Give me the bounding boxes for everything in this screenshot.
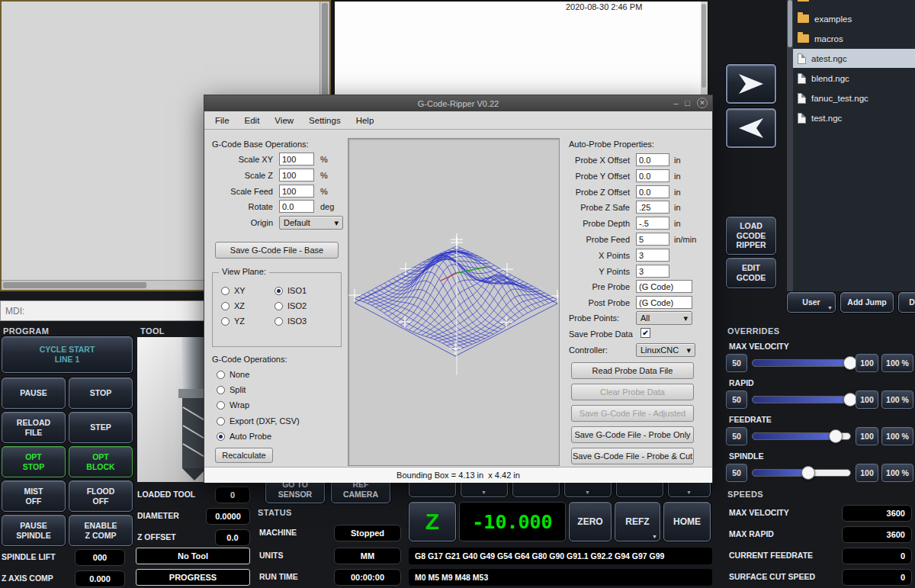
- save-base-button[interactable]: Save G-Code File - Base: [215, 242, 339, 259]
- slider-handle[interactable]: [801, 466, 815, 480]
- recalculate-button[interactable]: Recalculate: [215, 448, 273, 463]
- y-points-input[interactable]: [636, 265, 669, 278]
- save-probe-only-button[interactable]: Save G-Code File - Probe Only: [571, 426, 694, 443]
- probe-x-offset-input[interactable]: [636, 153, 669, 166]
- post-probe-input[interactable]: [636, 296, 692, 309]
- slider-handle[interactable]: [829, 429, 843, 443]
- pause-spindle-button[interactable]: PAUSE SPINDLE: [2, 515, 66, 546]
- radio-xy[interactable]: XY: [221, 286, 246, 295]
- radio-icon[interactable]: [217, 401, 225, 410]
- radio-icon[interactable]: [274, 317, 283, 326]
- menu-help[interactable]: Help: [348, 114, 382, 127]
- radio-none[interactable]: None: [217, 370, 249, 379]
- step-button[interactable]: STEP: [69, 412, 133, 443]
- rotate-input[interactable]: [279, 200, 314, 213]
- radio-icon[interactable]: [217, 386, 225, 394]
- scrollbar-thumb[interactable]: [702, 4, 706, 88]
- cycle-start-button[interactable]: CYCLE START LINE 1: [2, 336, 133, 373]
- feedrate-slider[interactable]: [752, 432, 851, 440]
- dialog-titlebar[interactable]: G-Code-Ripper V0.22 – □ ✕: [204, 95, 712, 111]
- pause-button[interactable]: PAUSE: [2, 378, 66, 409]
- menu-file[interactable]: File: [207, 114, 237, 127]
- read-probe-data-button[interactable]: Read Probe Data File: [571, 362, 694, 379]
- max-velocity-slider[interactable]: [752, 359, 851, 367]
- mist-button[interactable]: MIST OFF: [2, 480, 66, 512]
- probe-depth-input[interactable]: [636, 217, 669, 230]
- list-item[interactable]: fanuc_test.ngc: [793, 88, 915, 108]
- radio-xz[interactable]: XZ: [221, 301, 245, 310]
- scale-xy-input[interactable]: [279, 153, 314, 165]
- radio-icon[interactable]: [217, 432, 225, 441]
- axis-z-button[interactable]: Z: [409, 502, 456, 541]
- radio-auto-probe[interactable]: Auto Probe: [217, 432, 271, 441]
- list-item[interactable]: atest.ngc: [793, 49, 915, 68]
- radio-icon[interactable]: [221, 317, 230, 326]
- partial-button[interactable]: De: [898, 292, 915, 313]
- list-item[interactable]: macros: [793, 29, 915, 48]
- maximize-icon[interactable]: □: [685, 98, 690, 108]
- probe-points-select[interactable]: All ▾: [636, 311, 692, 325]
- radio-split[interactable]: Split: [217, 385, 246, 394]
- spindle-lift-value: 000: [75, 549, 125, 566]
- list-item[interactable]: blend.ngc: [793, 69, 915, 88]
- radio-icon[interactable]: [221, 287, 230, 295]
- zero-button[interactable]: ZERO: [569, 502, 612, 541]
- spindle-slider[interactable]: [752, 469, 851, 477]
- origin-select[interactable]: Default ▾: [279, 216, 343, 230]
- radio-label: Export (DXF, CSV): [230, 416, 300, 426]
- run-back-button[interactable]: [726, 108, 776, 148]
- radio-iso1[interactable]: ISO1: [274, 286, 307, 295]
- flood-button[interactable]: FLOOD OFF: [69, 480, 133, 512]
- refz-button[interactable]: REFZ ▼: [615, 502, 660, 541]
- opt-block-button[interactable]: OPT BLOCK: [69, 446, 133, 477]
- x-points-input[interactable]: [636, 249, 669, 262]
- save-probe-cut-button[interactable]: Save G-Code File - Probe & Cut: [571, 448, 694, 464]
- radio-icon[interactable]: [274, 302, 283, 310]
- list-item[interactable]: test.ngc: [793, 108, 915, 127]
- radio-iso3[interactable]: ISO3: [274, 316, 307, 326]
- user-button[interactable]: User ▼: [787, 292, 836, 313]
- add-jump-button[interactable]: Add Jump: [840, 292, 894, 313]
- pre-probe-input[interactable]: [636, 280, 692, 293]
- close-icon[interactable]: ✕: [697, 98, 708, 108]
- vertical-scrollbar[interactable]: [787, 0, 793, 291]
- radio-icon[interactable]: [217, 371, 225, 379]
- radio-icon[interactable]: [217, 417, 225, 426]
- radio-iso2[interactable]: ISO2: [274, 301, 307, 310]
- stop-button[interactable]: STOP: [69, 378, 133, 409]
- radio-export[interactable]: Export (DXF, CSV): [217, 416, 300, 426]
- save-probe-data-checkbox[interactable]: ✔: [640, 328, 650, 338]
- scrollbar-thumb[interactable]: [788, 0, 792, 47]
- load-gcode-ripper-button[interactable]: LOAD GCODE RIPPER: [726, 217, 776, 255]
- file-icon: [798, 113, 806, 124]
- rapid-slider[interactable]: [752, 396, 851, 403]
- radio-yz[interactable]: YZ: [221, 316, 245, 326]
- save-adjusted-button[interactable]: Save G-Code File - Adjusted: [571, 405, 694, 422]
- radio-wrap[interactable]: Wrap: [217, 400, 249, 410]
- probe-y-offset-input[interactable]: [636, 169, 669, 182]
- controller-select[interactable]: LinuxCNC ▾: [636, 343, 695, 357]
- probe-feed-input[interactable]: [636, 233, 669, 246]
- clear-probe-data-button[interactable]: Clear Probe Data: [571, 384, 694, 400]
- home-button[interactable]: HOME: [663, 502, 711, 541]
- probe-z-safe-input[interactable]: [636, 201, 669, 214]
- radio-label: None: [230, 370, 249, 379]
- scale-z-input[interactable]: [279, 169, 314, 182]
- probe-z-offset-input[interactable]: [636, 185, 669, 198]
- list-item-partial[interactable]: [793, 0, 915, 7]
- opt-stop-button[interactable]: OPT STOP: [2, 446, 66, 477]
- menu-edit[interactable]: Edit: [237, 114, 268, 127]
- menu-settings[interactable]: Settings: [301, 114, 348, 127]
- menu-view[interactable]: View: [267, 114, 301, 127]
- radio-icon[interactable]: [221, 302, 230, 310]
- list-item[interactable]: examples: [793, 9, 915, 28]
- edit-gcode-button[interactable]: EDIT GCODE: [726, 258, 776, 288]
- reload-file-button[interactable]: RELOAD FILE: [2, 412, 66, 443]
- enable-z-comp-button[interactable]: ENABLE Z COMP: [69, 515, 133, 546]
- scale-z-unit: %: [320, 171, 328, 180]
- minimize-icon[interactable]: –: [673, 98, 678, 108]
- run-forward-button[interactable]: [726, 64, 776, 104]
- scrollbar-thumb[interactable]: [3, 282, 146, 288]
- radio-icon[interactable]: [274, 287, 283, 295]
- scale-feed-input[interactable]: [279, 185, 314, 198]
